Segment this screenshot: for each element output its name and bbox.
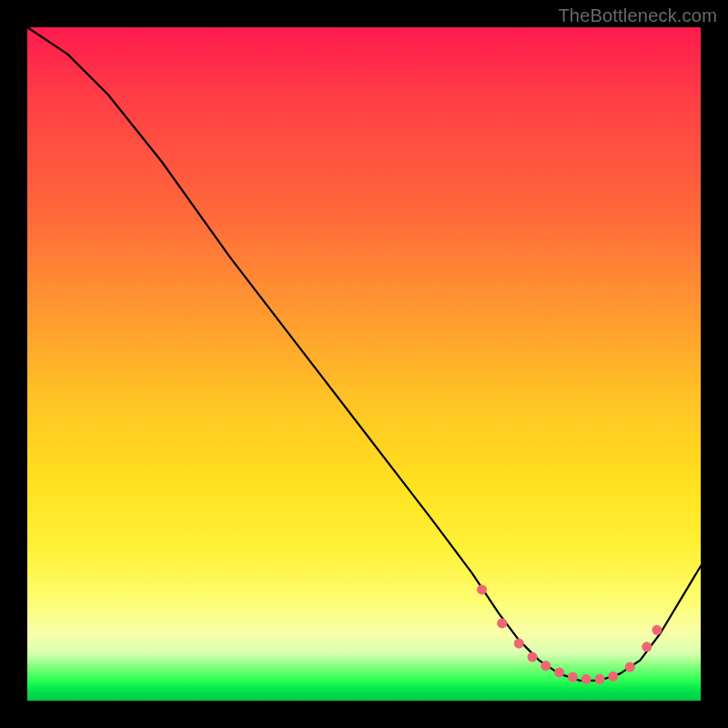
curve-svg — [27, 27, 701, 701]
dot-marker — [642, 642, 652, 652]
dot-marker — [652, 625, 662, 635]
dot-marker — [514, 639, 524, 649]
dot-marker — [581, 674, 592, 684]
dot-marker — [554, 667, 564, 677]
curve-dots — [477, 584, 662, 683]
dot-marker — [608, 672, 618, 682]
watermark-text: TheBottleneck.com — [558, 5, 717, 26]
dot-marker — [568, 672, 578, 682]
dot-marker — [528, 652, 538, 662]
dot-marker — [477, 584, 487, 594]
chart-stage: TheBottleneck.com — [0, 0, 728, 728]
dot-marker — [595, 674, 605, 684]
dot-marker — [497, 618, 507, 628]
dot-marker — [541, 661, 551, 671]
curve-line — [27, 27, 701, 681]
dot-marker — [625, 662, 635, 672]
plot-area — [27, 27, 701, 701]
